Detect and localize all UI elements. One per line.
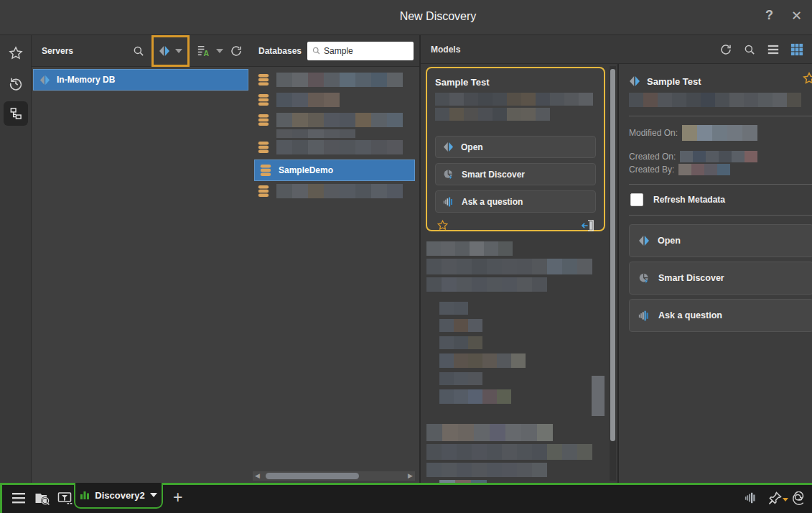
filter-panel-icon[interactable]	[57, 491, 73, 506]
database-row[interactable]	[250, 113, 419, 127]
scrollbar-thumb[interactable]	[610, 69, 615, 441]
database-icon	[257, 185, 270, 198]
scroll-right-arrow-icon[interactable]: ▶	[408, 473, 413, 479]
redacted-created-date	[680, 151, 757, 162]
redacted-created-by	[678, 164, 730, 175]
ask-a-question-button[interactable]: Ask a question	[629, 299, 812, 332]
smart-discover-icon	[443, 169, 454, 180]
favorites-tab[interactable]	[4, 41, 28, 65]
hierarchy-tab[interactable]	[4, 101, 28, 126]
database-search-input[interactable]	[324, 46, 409, 56]
ask-question-icon	[638, 310, 650, 322]
redacted-database-name	[276, 140, 403, 154]
svg-text:A: A	[203, 50, 209, 57]
database-search-box[interactable]	[307, 42, 414, 60]
new-discovery-dialog: New Discovery ? ✕ Servers	[0, 0, 812, 513]
smart-discover-button[interactable]: Smart Discover	[435, 163, 596, 185]
ask-question-icon	[443, 196, 454, 208]
spiral-icon[interactable]	[792, 491, 806, 506]
smart-discover-icon	[638, 272, 650, 285]
refresh-icon[interactable]	[719, 43, 732, 56]
servers-panel: Servers A	[32, 35, 251, 483]
sort-alpha-icon[interactable]: A	[196, 44, 210, 57]
smart-discover-label: Smart Discover	[658, 273, 724, 283]
server-type-filter-highlighted[interactable]	[151, 35, 190, 67]
database-row[interactable]	[250, 73, 419, 87]
close-icon[interactable]: ✕	[791, 8, 802, 24]
history-icon	[8, 75, 24, 91]
tab-discovery2-active[interactable]: Discovery2	[74, 483, 163, 509]
refresh-icon[interactable]	[230, 45, 243, 57]
model-diamond-icon	[638, 235, 650, 246]
database-name: SampleDemo	[279, 165, 333, 175]
database-icon	[257, 141, 270, 154]
redacted-model-description	[629, 93, 812, 107]
open-button[interactable]: Open	[629, 224, 812, 257]
model-card-sample-test[interactable]: Sample Test Open Smart Discover	[426, 67, 605, 231]
redacted-database-name	[276, 184, 403, 198]
database-row-sampledemo-selected[interactable]: SampleDemo	[254, 160, 415, 181]
model-diamond-icon	[629, 75, 640, 87]
database-row[interactable]	[250, 184, 419, 198]
redacted-block-strip	[426, 424, 606, 441]
dialog-title: New Discovery	[400, 10, 477, 23]
database-icon	[257, 93, 270, 106]
refresh-metadata-checkbox[interactable]	[630, 193, 643, 206]
chevron-down-icon[interactable]	[783, 498, 788, 502]
vertical-scrollbar[interactable]	[610, 66, 616, 481]
server-item-in-memory-db[interactable]: In-Memory DB	[33, 69, 248, 91]
model-diamond-icon	[443, 142, 454, 152]
horizontal-scrollbar[interactable]: ◀ ▶	[253, 471, 415, 481]
content-browser-icon[interactable]	[34, 491, 50, 506]
models-area: Models Sample Test	[421, 35, 812, 483]
servers-header: Servers A	[32, 35, 250, 67]
chevron-down-icon[interactable]	[150, 493, 157, 497]
redacted-model-description	[435, 93, 596, 106]
servers-title: Servers	[42, 46, 73, 56]
model-diamond-icon	[39, 75, 50, 86]
grid-view-icon[interactable]	[790, 43, 803, 56]
model-card-title: Sample Test	[435, 77, 596, 88]
search-icon[interactable]	[132, 45, 145, 57]
redacted-block-strip	[426, 259, 606, 274]
title-bar: New Discovery ? ✕	[0, 0, 812, 35]
redacted-block-strip	[426, 463, 606, 477]
redacted-database-name	[276, 93, 340, 107]
list-view-icon[interactable]	[767, 43, 780, 56]
new-tab-button[interactable]: +	[173, 488, 182, 507]
tab-label: Discovery2	[95, 490, 144, 501]
scroll-left-arrow-icon[interactable]: ◀	[255, 473, 260, 479]
details-title: Sample Test	[647, 76, 701, 87]
divider	[629, 116, 812, 116]
bottom-tab-bar: Discovery2 +	[0, 483, 812, 513]
database-row[interactable]	[250, 140, 419, 154]
chevron-down-icon	[175, 49, 182, 53]
redacted-block-strip	[426, 241, 606, 256]
recent-tab[interactable]	[4, 71, 28, 96]
menu-icon[interactable]	[11, 491, 26, 504]
smart-discover-label: Smart Discover	[462, 170, 525, 180]
pin-icon[interactable]	[767, 491, 782, 506]
open-in-icon[interactable]	[582, 220, 594, 231]
open-button[interactable]: Open	[435, 136, 596, 158]
search-icon[interactable]	[743, 43, 756, 56]
smart-discover-button[interactable]: Smart Discover	[629, 262, 812, 295]
scrollbar-thumb[interactable]	[266, 473, 359, 479]
redacted-block-strip	[439, 319, 606, 332]
redacted-block-strip	[439, 372, 606, 385]
modified-on-label: Modified On:	[629, 128, 678, 138]
ask-question-icon[interactable]	[745, 491, 757, 504]
help-icon[interactable]: ?	[765, 8, 773, 23]
chevron-down-icon[interactable]	[216, 49, 223, 53]
ask-a-question-label: Ask a question	[658, 310, 722, 320]
redacted-block-strip	[426, 444, 606, 460]
favorite-star-icon[interactable]	[802, 71, 812, 86]
redacted-models-region	[426, 241, 606, 483]
redacted-block	[592, 376, 605, 416]
database-row[interactable]	[250, 93, 419, 107]
favorite-star-icon[interactable]	[437, 219, 449, 231]
redacted-database-subtext	[276, 129, 419, 138]
redacted-block-strip	[439, 353, 606, 368]
ask-a-question-button[interactable]: Ask a question	[435, 190, 596, 213]
redacted-block-strip	[439, 302, 606, 315]
